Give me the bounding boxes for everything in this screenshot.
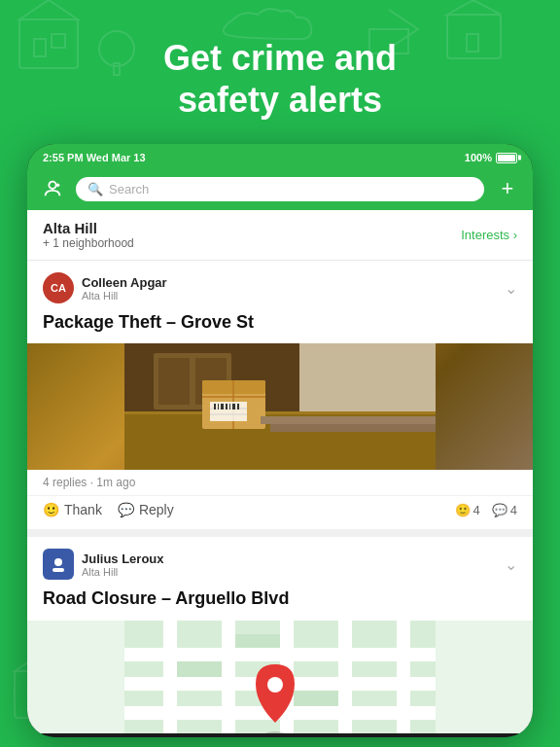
svg-rect-42 xyxy=(52,568,64,572)
svg-rect-35 xyxy=(226,404,228,409)
smiley-small-icon: 🙂 xyxy=(455,503,471,517)
hero-section: Get crime and safety alerts xyxy=(0,0,560,148)
post-meta: Colleen Apgar Alta Hill xyxy=(82,275,167,302)
post-actions: 🙂 Thank 💬 Reply 🙂 4 💬 4 xyxy=(27,495,533,529)
neighborhood-sub: + 1 neighborhood xyxy=(43,236,134,250)
status-right: 100% xyxy=(465,152,517,163)
post-card: CA Colleen Apgar Alta Hill ⌄ Package The… xyxy=(27,261,533,529)
svg-rect-52 xyxy=(177,661,222,677)
svg-point-17 xyxy=(56,184,60,188)
battery-icon xyxy=(496,153,517,163)
svg-rect-38 xyxy=(237,404,239,409)
post-header-left: Julius Leroux Alta Hill xyxy=(43,549,164,580)
svg-rect-37 xyxy=(232,404,235,409)
post-title: Package Theft – Grove St xyxy=(27,311,533,343)
svg-rect-23 xyxy=(158,358,190,405)
avatar xyxy=(43,549,74,580)
comment-count: 💬 4 xyxy=(492,503,517,517)
post-actions-left: 🙂 Thank 💬 Reply xyxy=(43,502,174,517)
svg-rect-47 xyxy=(163,621,177,733)
svg-rect-32 xyxy=(214,404,216,409)
neighborhood-name: Alta Hill xyxy=(43,220,134,236)
post-stats: 4 replies · 1m ago xyxy=(27,470,533,495)
post-card: Julius Leroux Alta Hill ⌄ Road Closure –… xyxy=(27,537,533,733)
svg-rect-21 xyxy=(299,343,436,411)
search-icon: 🔍 xyxy=(88,182,103,196)
post-meta: Julius Leroux Alta Hill xyxy=(82,551,164,578)
content-area[interactable]: Alta Hill + 1 neighborhood Interests › C… xyxy=(27,210,533,733)
thank-button[interactable]: 🙂 Thank xyxy=(43,502,102,517)
neighborhood-header: Alta Hill + 1 neighborhood Interests › xyxy=(27,210,533,261)
reply-button[interactable]: 💬 Reply xyxy=(118,502,174,517)
post-location: Alta Hill xyxy=(82,566,164,578)
svg-rect-54 xyxy=(294,691,338,706)
svg-rect-53 xyxy=(235,634,280,648)
chevron-down-icon[interactable]: ⌄ xyxy=(505,279,517,298)
svg-rect-33 xyxy=(218,404,219,409)
search-placeholder: Search xyxy=(109,182,149,196)
thank-label: Thank xyxy=(64,502,102,517)
post-header-left: CA Colleen Apgar Alta Hill xyxy=(43,272,167,303)
neighborhood-info: Alta Hill + 1 neighborhood xyxy=(43,220,134,250)
svg-rect-50 xyxy=(338,621,352,733)
reply-label: Reply xyxy=(139,502,174,517)
post-location: Alta Hill xyxy=(82,290,167,302)
post-actions-right: 🙂 4 💬 4 xyxy=(455,503,517,517)
svg-rect-48 xyxy=(222,621,235,733)
comment-small-icon: 💬 xyxy=(492,503,508,517)
search-bar[interactable]: 🔍 Search xyxy=(76,177,484,201)
post-image xyxy=(27,621,533,733)
status-time: 2:55 PM Wed Mar 13 xyxy=(43,152,146,163)
chevron-down-icon[interactable]: ⌄ xyxy=(505,555,517,574)
post-author: Colleen Apgar xyxy=(82,275,167,290)
svg-rect-51 xyxy=(397,621,410,733)
home-icon-button[interactable] xyxy=(39,175,66,202)
svg-rect-36 xyxy=(229,404,230,409)
device-frame: 2:55 PM Wed Mar 13 100% 🔍 Search + xyxy=(27,144,533,737)
svg-point-56 xyxy=(267,677,283,693)
post-image xyxy=(27,343,533,470)
interests-button[interactable]: Interests › xyxy=(461,228,517,242)
new-post-button[interactable]: + xyxy=(494,175,521,202)
status-bar: 2:55 PM Wed Mar 13 100% xyxy=(27,144,533,169)
svg-point-41 xyxy=(54,558,62,566)
avatar: CA xyxy=(43,272,74,303)
svg-rect-40 xyxy=(270,424,436,432)
post-header: CA Colleen Apgar Alta Hill ⌄ xyxy=(27,261,533,311)
nav-bar: 🔍 Search + xyxy=(27,169,533,210)
svg-point-16 xyxy=(49,182,55,189)
reaction-count: 🙂 4 xyxy=(455,503,480,517)
comment-icon: 💬 xyxy=(118,502,134,517)
post-title: Road Closure – Arguello Blvd xyxy=(27,587,533,620)
svg-rect-34 xyxy=(221,404,224,409)
hero-title: Get crime and safety alerts xyxy=(39,37,521,121)
post-header: Julius Leroux Alta Hill ⌄ xyxy=(27,537,533,587)
smiley-icon: 🙂 xyxy=(43,502,59,517)
svg-rect-39 xyxy=(261,416,436,424)
battery-fill xyxy=(498,155,515,161)
post-author: Julius Leroux xyxy=(82,551,164,566)
battery-percent: 100% xyxy=(465,152,492,163)
